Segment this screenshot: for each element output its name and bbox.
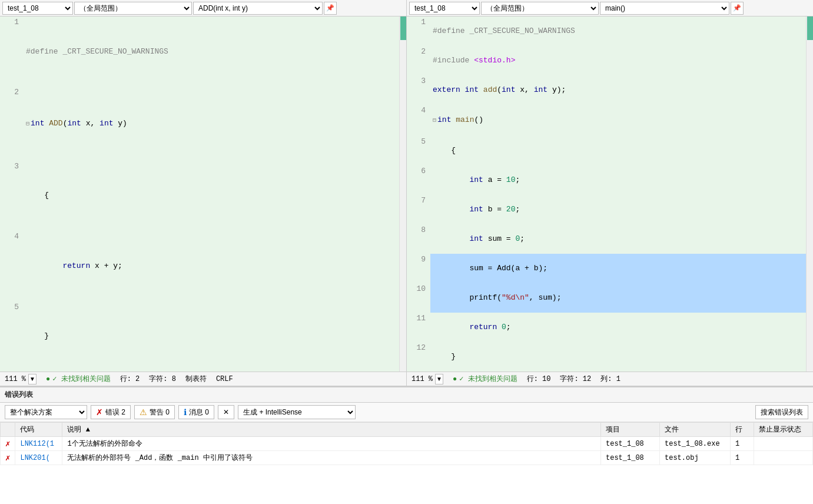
left-eol-info: CRLF (216, 375, 233, 383)
solution-dropdown[interactable]: 整个解决方案 (5, 405, 87, 419)
left-zoom-value: 111 % (5, 375, 26, 383)
error-line-cell: 1 (731, 437, 754, 451)
left-status-ok: ● ✓ 未找到相关问题 (46, 374, 111, 384)
error-icon: ✗ (96, 407, 103, 417)
right-zoom-dropdown[interactable]: ▼ (435, 374, 443, 384)
table-row: 5 } (0, 301, 399, 372)
line-code: } (24, 301, 399, 372)
line-code: return x + y; (24, 231, 399, 301)
left-func-dropdown[interactable]: ADD(int x, int y) (193, 2, 323, 15)
right-toolbar: test_1_08 （全局范围） main() 📌 (407, 0, 813, 16)
error-count-label: 错误 2 (105, 407, 125, 417)
error-suppress-cell (754, 437, 813, 451)
error-table-container[interactable]: 代码 说明 ▲ 项目 文件 行 禁止显示状态 ✗LNK112(11个无法解析的外… (0, 422, 813, 504)
error-row[interactable]: ✗LNK112(11个无法解析的外部命令test_1_08test_1_08.e… (1, 437, 813, 451)
left-char-info: 字符: 8 (149, 374, 176, 384)
line-code: { (24, 161, 399, 231)
error-panel-title: 错误列表 (0, 387, 813, 403)
table-row: 5 { (407, 136, 806, 165)
line-number: 1 (407, 16, 430, 46)
left-scope-dropdown[interactable]: （全局范围） (74, 2, 192, 15)
error-project-cell: test_1_08 (601, 451, 660, 465)
right-scroll-thumb (807, 16, 813, 40)
col-desc-header[interactable]: 说明 ▲ (62, 423, 601, 437)
left-ok-text: ✓ 未找到相关问题 (52, 374, 110, 384)
line-number: 2 (407, 46, 430, 75)
left-line-info: 行: 2 (120, 374, 140, 384)
search-errors-button[interactable]: 搜索错误列表 (755, 405, 808, 419)
table-row: 7 int b = 20; (407, 195, 806, 224)
clear-filter-button[interactable]: ✕ (218, 405, 234, 419)
line-number: 5 (407, 136, 430, 165)
col-code-header[interactable]: 代码 (15, 423, 62, 437)
error-icon-cell: ✗ (1, 437, 15, 451)
table-row: 1#define _CRT_SECURE_NO_WARNINGS (407, 16, 806, 46)
line-code: sum = Add(a + b); (430, 254, 806, 283)
right-pin-button[interactable]: 📌 (731, 2, 744, 15)
line-code: ⊟int main() (430, 105, 806, 136)
right-char-info: 字符: 12 (560, 374, 591, 384)
left-pin-button[interactable]: 📌 (324, 2, 337, 15)
line-number: 4 (407, 105, 430, 136)
warning-count-button[interactable]: ⚠ 警告 0 (134, 405, 175, 419)
left-editor-pane: test_1_08 （全局范围） ADD(int x, int y) 📌 1#d… (0, 0, 407, 386)
error-count-button[interactable]: ✗ 错误 2 (91, 405, 131, 419)
right-scroll-indicator[interactable] (806, 16, 813, 372)
info-count-button[interactable]: ℹ 消息 0 (178, 405, 214, 419)
error-desc-cell: 无法解析的外部符号 _Add，函数 _main 中引用了该符号 (62, 451, 601, 465)
col-file-header[interactable]: 文件 (660, 423, 731, 437)
line-number: 4 (0, 231, 24, 301)
error-file-cell: test_1_08.exe (660, 437, 731, 451)
info-count-label: 消息 0 (189, 407, 209, 417)
line-number: 3 (407, 75, 430, 105)
col-project-header[interactable]: 项目 (601, 423, 660, 437)
line-code: #define _CRT_SECURE_NO_WARNINGS (24, 16, 399, 87)
error-row[interactable]: ✗LNK201(无法解析的外部符号 _Add，函数 _main 中引用了该符号t… (1, 451, 813, 465)
right-zoom-value: 111 % (412, 375, 433, 383)
right-file-dropdown[interactable]: test_1_08 (409, 2, 480, 15)
line-code: extern int add(int x, int y); (430, 75, 806, 105)
line-number: 10 (407, 283, 430, 313)
right-line-info: 行: 10 (527, 374, 551, 384)
col-line-header[interactable]: 行 (731, 423, 754, 437)
info-icon: ℹ (184, 407, 187, 417)
line-number: 9 (407, 254, 430, 283)
table-row: 12 } (407, 342, 806, 372)
warning-count-label: 警告 0 (150, 407, 170, 417)
error-project-cell: test_1_08 (601, 437, 660, 451)
right-func-dropdown[interactable]: main() (600, 2, 729, 15)
line-number: 1 (0, 16, 24, 87)
right-scope-dropdown[interactable]: （全局范围） (481, 2, 599, 15)
col-icon-header (1, 423, 15, 437)
line-number: 12 (407, 342, 430, 372)
line-number: 2 (0, 87, 24, 160)
right-code-area[interactable]: 1#define _CRT_SECURE_NO_WARNINGS2#includ… (407, 16, 806, 372)
left-zoom-control: 111 % ▼ (5, 374, 36, 384)
line-code: #define _CRT_SECURE_NO_WARNINGS (430, 16, 806, 46)
left-file-dropdown[interactable]: test_1_08 (2, 2, 73, 15)
right-status-bar: 111 % ▼ ● ✓ 未找到相关问题 行: 10 字符: 12 列: 1 (407, 372, 813, 386)
table-row: 4⊟int main() (407, 105, 806, 136)
left-ok-icon: ● (46, 375, 50, 383)
table-row: 11 return 0; (407, 313, 806, 342)
line-code: int a = 10; (430, 165, 806, 195)
col-suppress-header[interactable]: 禁止显示状态 (754, 423, 813, 437)
build-filter-dropdown[interactable]: 生成 + IntelliSense (238, 405, 356, 419)
error-table: 代码 说明 ▲ 项目 文件 行 禁止显示状态 ✗LNK112(11个无法解析的外… (0, 422, 813, 465)
line-number: 11 (407, 313, 430, 342)
error-suppress-cell (754, 451, 813, 465)
line-number: 8 (407, 224, 430, 254)
error-table-header: 代码 说明 ▲ 项目 文件 行 禁止显示状态 (1, 423, 813, 437)
line-code: int sum = 0; (430, 224, 806, 254)
right-ok-text: ✓ 未找到相关问题 (459, 374, 517, 384)
left-zoom-dropdown[interactable]: ▼ (28, 374, 36, 384)
line-number: 3 (0, 161, 24, 231)
error-file-cell: test.obj (660, 451, 731, 465)
table-row: 4 return x + y; (0, 231, 399, 301)
error-panel: 错误列表 整个解决方案 ✗ 错误 2 ⚠ 警告 0 ℹ 消息 0 ✕ 生成 + … (0, 386, 813, 504)
line-code: printf("%d\n", sum); (430, 283, 806, 313)
error-code-cell: LNK112(1 (15, 437, 62, 451)
table-row: 8 int sum = 0; (407, 224, 806, 254)
left-scroll-indicator[interactable] (399, 16, 406, 372)
left-code-area[interactable]: 1#define _CRT_SECURE_NO_WARNINGS2⊟int AD… (0, 16, 399, 372)
